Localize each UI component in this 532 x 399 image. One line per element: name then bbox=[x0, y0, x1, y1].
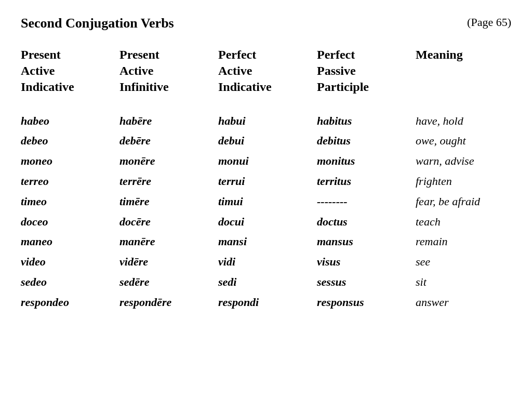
cell-1-3: debitus bbox=[312, 131, 410, 151]
table-row: timeotimēretimui--------fear, be afraid bbox=[21, 192, 511, 212]
cell-0-1: habēre bbox=[114, 111, 213, 131]
cell-8-1: sedēre bbox=[114, 272, 213, 292]
cell-7-0: video bbox=[21, 252, 114, 272]
cell-7-2: vidi bbox=[213, 252, 312, 272]
cell-1-1: debēre bbox=[114, 131, 213, 151]
cell-6-4: remain bbox=[410, 232, 511, 252]
table-row: videovidērevidivisussee bbox=[21, 252, 511, 272]
cell-9-4: answer bbox=[410, 292, 511, 313]
cell-6-1: manēre bbox=[114, 232, 213, 252]
cell-4-1: timēre bbox=[114, 192, 213, 212]
page-title: Second Conjugation Verbs bbox=[21, 16, 174, 31]
cell-4-2: timui bbox=[213, 192, 312, 212]
cell-4-0: timeo bbox=[21, 192, 114, 212]
cell-7-4: see bbox=[410, 252, 511, 272]
page-number: (Page 65) bbox=[467, 16, 511, 29]
table-row: respondeorespondērerespondiresponsusansw… bbox=[21, 292, 511, 313]
cell-6-2: mansi bbox=[213, 232, 312, 252]
cell-5-3: doctus bbox=[312, 212, 410, 232]
cell-3-2: terrui bbox=[213, 171, 312, 192]
cell-9-1: respondēre bbox=[114, 292, 213, 313]
cell-4-4: fear, be afraid bbox=[410, 192, 511, 212]
cell-3-3: territus bbox=[312, 171, 410, 192]
col-header-4: Perfect Passive Participle bbox=[312, 47, 410, 106]
table-header-row: Present Active Indicative Present Active… bbox=[21, 47, 511, 106]
cell-8-2: sedi bbox=[213, 272, 312, 292]
cell-9-0: respondeo bbox=[21, 292, 114, 313]
cell-0-0: habeo bbox=[21, 111, 114, 131]
cell-5-1: docēre bbox=[114, 212, 213, 232]
cell-9-3: responsus bbox=[312, 292, 410, 313]
table-row: maneomanēremansimansusremain bbox=[21, 232, 511, 252]
table-row: doceodocēredocuidoctusteach bbox=[21, 212, 511, 232]
cell-8-4: sit bbox=[410, 272, 511, 292]
cell-2-0: moneo bbox=[21, 151, 114, 171]
table-row: sedeosedēresedisessussit bbox=[21, 272, 511, 292]
cell-2-2: monui bbox=[213, 151, 312, 171]
cell-3-0: terreo bbox=[21, 171, 114, 192]
cell-2-1: monēre bbox=[114, 151, 213, 171]
cell-2-4: warn, advise bbox=[410, 151, 511, 171]
cell-9-2: respondi bbox=[213, 292, 312, 313]
cell-8-0: sedeo bbox=[21, 272, 114, 292]
cell-5-0: doceo bbox=[21, 212, 114, 232]
col-header-3: Perfect Active Indicative bbox=[213, 47, 312, 106]
cell-5-4: teach bbox=[410, 212, 511, 232]
cell-8-3: sessus bbox=[312, 272, 410, 292]
conjugation-table: Present Active Indicative Present Active… bbox=[21, 47, 511, 313]
cell-1-4: owe, ought bbox=[410, 131, 511, 151]
cell-7-1: vidēre bbox=[114, 252, 213, 272]
header-spacer bbox=[21, 106, 511, 111]
table-row: habeohabērehabuihabitushave, hold bbox=[21, 111, 511, 131]
cell-0-4: have, hold bbox=[410, 111, 511, 131]
col-header-5: Meaning bbox=[410, 47, 511, 106]
cell-6-3: mansus bbox=[312, 232, 410, 252]
table-body: habeohabērehabuihabitushave, holddebeode… bbox=[21, 111, 511, 313]
cell-3-4: frighten bbox=[410, 171, 511, 192]
cell-7-3: visus bbox=[312, 252, 410, 272]
col-header-2: Present Active Infinitive bbox=[114, 47, 213, 106]
cell-5-2: docui bbox=[213, 212, 312, 232]
cell-1-2: debui bbox=[213, 131, 312, 151]
cell-3-1: terrēre bbox=[114, 171, 213, 192]
cell-2-3: monitus bbox=[312, 151, 410, 171]
cell-0-3: habitus bbox=[312, 111, 410, 131]
cell-6-0: maneo bbox=[21, 232, 114, 252]
table-row: terreoterrēreterruiterritusfrighten bbox=[21, 171, 511, 192]
page-header: Second Conjugation Verbs (Page 65) bbox=[21, 16, 511, 31]
cell-0-2: habui bbox=[213, 111, 312, 131]
cell-1-0: debeo bbox=[21, 131, 114, 151]
col-header-1: Present Active Indicative bbox=[21, 47, 114, 106]
table-row: debeodebēredebuidebitusowe, ought bbox=[21, 131, 511, 151]
cell-4-3: -------- bbox=[312, 192, 410, 212]
table-row: moneomonēremonuimonituswarn, advise bbox=[21, 151, 511, 171]
